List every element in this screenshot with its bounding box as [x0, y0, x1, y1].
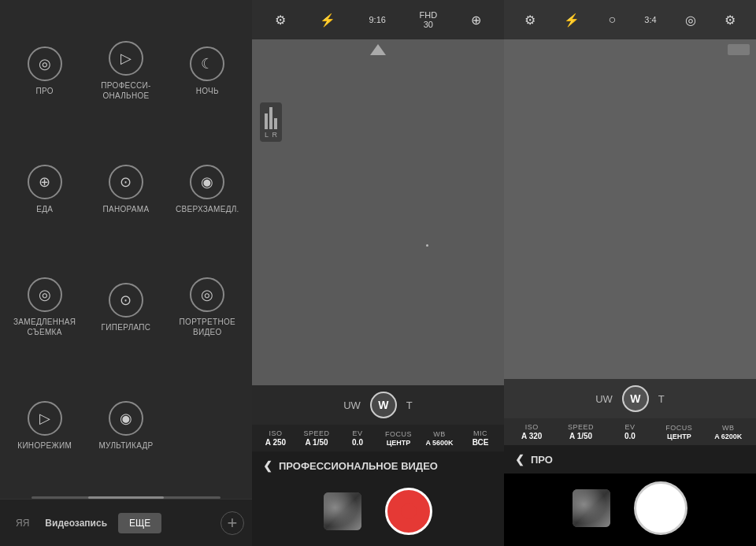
- mode-professional[interactable]: ▷ ПРОФЕССИ-ОНАЛЬНОЕ: [89, 35, 162, 107]
- right-setting-ev[interactable]: EV 0.0: [613, 423, 647, 440]
- right-focus-label: FOCUS: [665, 424, 692, 432]
- lens-t[interactable]: T: [403, 398, 416, 413]
- hyperlapse-label: ГИПЕРЛАПС: [102, 322, 151, 332]
- scrollbar-thumb: [88, 496, 164, 499]
- right-thumbnail-image: [573, 489, 610, 527]
- right-back-chevron[interactable]: ❮: [515, 453, 524, 466]
- iso-label: ISO: [269, 429, 282, 437]
- cine-icon: ▷: [28, 401, 62, 436]
- right-settings-icon[interactable]: ⚙: [524, 13, 536, 28]
- pro-icon: ◎: [28, 46, 62, 81]
- setting-iso[interactable]: ISO A 250: [258, 429, 293, 447]
- level-bar-1: [265, 113, 268, 129]
- add-button[interactable]: +: [220, 511, 244, 535]
- right-iso-label: ISO: [525, 423, 539, 431]
- wb-label: WB: [433, 430, 446, 438]
- mic-label: MIC: [473, 429, 487, 437]
- tab-video[interactable]: Видеозапись: [37, 511, 115, 535]
- middle-viewfinder: LR: [252, 39, 504, 385]
- right-setting-speed[interactable]: SPEED A 1/50: [564, 423, 598, 440]
- right-focus-value: ЦЕНТР: [667, 433, 691, 440]
- tab-more[interactable]: ЕЩЕ: [118, 513, 161, 533]
- middle-settings-row: ISO A 250 SPEED A 1/50 EV 0.0 FOCUS ЦЕНТ…: [252, 425, 504, 451]
- focus-label: FOCUS: [385, 430, 412, 438]
- right-top-bar: ⚙ ⚡ ○ 3:4 ◎ ⚙: [504, 0, 756, 39]
- scrollbar[interactable]: [32, 496, 220, 499]
- food-icon: ⊕: [28, 165, 62, 199]
- speed-label: SPEED: [303, 429, 329, 437]
- right-ev-label: EV: [624, 423, 635, 431]
- right-gear-icon[interactable]: ⚙: [724, 13, 736, 28]
- mode-multiframe[interactable]: ◉ МУЛЬТИКАДР: [89, 395, 162, 457]
- setting-focus[interactable]: FOCUS ЦЕНТР: [381, 430, 416, 447]
- mic-value: ВСЕ: [472, 438, 489, 447]
- right-lens-w[interactable]: W: [622, 385, 649, 412]
- setting-wb[interactable]: WB A 5600K: [422, 430, 457, 447]
- record-button-inner: [401, 503, 417, 519]
- right-setting-wb[interactable]: WB A 6200K: [711, 424, 746, 440]
- ratio-9-16-label[interactable]: 9:16: [369, 15, 385, 24]
- panorama-icon: ⊙: [109, 165, 143, 199]
- right-lens-uw[interactable]: UW: [592, 392, 616, 407]
- right-lens-t[interactable]: T: [655, 392, 668, 407]
- right-settings-row: ISO A 320 SPEED A 1/50 EV 0.0 FOCUS ЦЕНТ…: [504, 418, 756, 445]
- shutter-button[interactable]: [634, 481, 687, 535]
- right-speed-label: SPEED: [568, 423, 594, 431]
- professional-label: ПРОФЕССИ-ОНАЛЬНОЕ: [101, 80, 150, 101]
- slow-video-icon: ◎: [28, 277, 62, 312]
- professional-icon: ▷: [109, 41, 143, 76]
- right-thumbnail-preview[interactable]: [573, 489, 610, 527]
- tab-something[interactable]: ЯЯ: [8, 511, 37, 535]
- setting-mic[interactable]: MIC ВСЕ: [463, 429, 498, 447]
- multiframe-label: МУЛЬТИКАДР: [98, 440, 153, 451]
- setting-speed[interactable]: SPEED A 1/50: [299, 429, 334, 447]
- right-flash-icon[interactable]: ⚡: [564, 13, 580, 28]
- mode-title: ПРОФЕССИОНАЛЬНОЕ ВИДЕО: [279, 460, 438, 472]
- middle-mode-title-bar[interactable]: ❮ ПРОФЕССИОНАЛЬНОЕ ВИДЕО: [252, 451, 504, 480]
- middle-lens-selector: UW W T: [252, 385, 504, 425]
- right-setting-iso[interactable]: ISO A 320: [514, 423, 549, 440]
- hdr-icon[interactable]: ⊕: [471, 13, 481, 28]
- mode-night[interactable]: ☾ НОЧЬ: [171, 40, 244, 102]
- night-label: НОЧЬ: [196, 86, 219, 96]
- right-target-icon[interactable]: ◎: [685, 13, 696, 28]
- vf-dot: [426, 244, 428, 247]
- mode-slowmo[interactable]: ◉ СВЕРХЗАМЕДЛ.: [171, 158, 244, 221]
- multiframe-icon: ◉: [109, 401, 143, 436]
- right-ratio-label[interactable]: 3:4: [644, 15, 656, 24]
- back-chevron[interactable]: ❮: [263, 459, 272, 472]
- record-button[interactable]: [385, 488, 432, 535]
- lens-uw[interactable]: UW: [340, 398, 364, 413]
- right-ev-value: 0.0: [624, 432, 636, 440]
- setting-ev[interactable]: EV 0.0: [340, 429, 375, 447]
- right-setting-focus[interactable]: FOCUS ЦЕНТР: [662, 424, 696, 440]
- mode-cine[interactable]: ▷ КИНОРЕЖИМ: [8, 395, 81, 457]
- settings-icon[interactable]: ⚙: [275, 13, 286, 28]
- mode-slow-video[interactable]: ◎ ЗАМЕДЛЕННАЯСЪЕМКА: [8, 271, 81, 344]
- thumbnail-preview[interactable]: [324, 492, 361, 530]
- mode-portrait-video[interactable]: ◎ ПОРТРЕТНОЕВИДЕО: [171, 271, 244, 344]
- mode-panorama[interactable]: ⊙ ПАНОРАМА: [89, 158, 162, 221]
- right-wb-label: WB: [722, 424, 735, 432]
- hyperlapse-icon: ⊙: [109, 283, 143, 318]
- iso-value: A 250: [265, 438, 286, 447]
- speed-value: A 1/50: [305, 438, 328, 447]
- right-wb-value: A 6200K: [714, 433, 742, 440]
- food-label: ЕДА: [36, 204, 53, 214]
- night-icon: ☾: [190, 46, 224, 81]
- right-mode-title-bar[interactable]: ❮ ПРО: [504, 445, 756, 474]
- right-camera-controls: [504, 474, 756, 546]
- mode-hyperlapse[interactable]: ⊙ ГИПЕРЛАПС: [89, 277, 162, 339]
- slowmo-label: СВЕРХЗАМЕДЛ.: [176, 204, 239, 214]
- fhd-label[interactable]: FHD30: [420, 10, 438, 29]
- mode-pro[interactable]: ◎ ПРО: [8, 40, 81, 102]
- mode-food[interactable]: ⊕ ЕДА: [8, 158, 81, 221]
- portrait-video-icon: ◎: [190, 277, 224, 312]
- flash-icon[interactable]: ⚡: [320, 13, 335, 28]
- wb-value: A 5600K: [425, 439, 453, 447]
- lens-w[interactable]: W: [370, 392, 397, 418]
- slow-video-label: ЗАМЕДЛЕННАЯСЪЕМКА: [13, 317, 76, 337]
- right-panel: ⚙ ⚡ ○ 3:4 ◎ ⚙ UW W T ISO A 320 SPEED A 1…: [504, 0, 756, 546]
- level-bar-3: [274, 118, 277, 129]
- right-clock-icon[interactable]: ○: [608, 13, 616, 27]
